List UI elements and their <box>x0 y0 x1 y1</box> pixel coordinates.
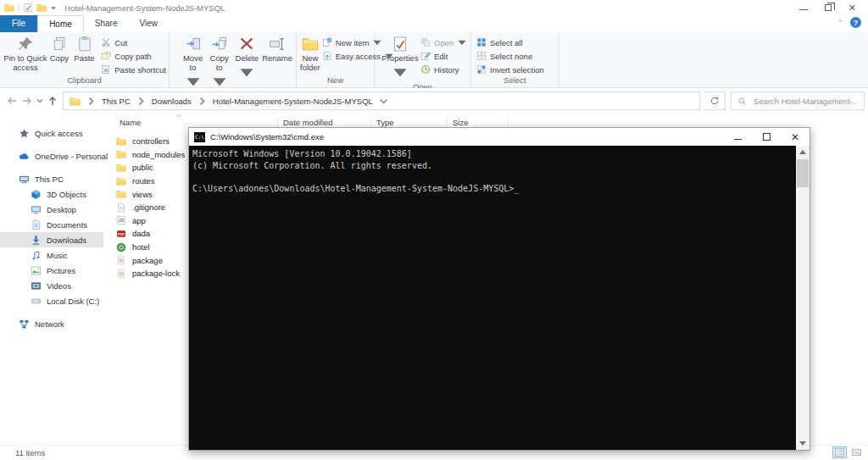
back-icon[interactable] <box>5 94 19 108</box>
documents-icon <box>31 219 42 230</box>
cmd-close-button[interactable]: ✕ <box>781 128 810 146</box>
sidebar-item-desktop[interactable]: Desktop <box>0 202 103 217</box>
tab-share[interactable]: Share <box>84 15 129 32</box>
properties-icon <box>392 36 409 53</box>
cmd-scrollbar[interactable] <box>796 146 810 450</box>
file-row-gitignore[interactable]: .gitignore <box>116 201 185 214</box>
cmd-titlebar[interactable]: C:\ C:\Windows\System32\cmd.exe ✕ <box>189 128 810 146</box>
3d-objects-icon <box>31 189 42 200</box>
button-label: Pin to Quick access <box>3 54 47 73</box>
cmd-line: C:\Users\adones\Downloads\Hotel-Manageme… <box>192 183 794 195</box>
sidebar-item-this-pc[interactable]: This PC <box>0 171 103 186</box>
minimize-button[interactable] <box>799 9 808 10</box>
new-folder-button[interactable]: New folder <box>300 35 320 73</box>
paste-shortcut-button[interactable]: Paste shortcut <box>101 64 166 75</box>
folder-icon <box>116 149 126 159</box>
help-icon[interactable]: ? <box>850 17 861 28</box>
tab-view[interactable]: View <box>129 15 170 32</box>
sidebar-item-label: Videos <box>47 281 71 291</box>
tab-home[interactable]: Home <box>37 15 84 32</box>
open-button[interactable]: Open <box>420 37 467 47</box>
group-label-clipboard: Clipboard <box>0 75 169 87</box>
breadcrumb-item-hotel-management-system-nodejs-mysql[interactable]: Hotel-Management-System-NodeJS-MYSQL <box>210 97 376 106</box>
history-button[interactable]: History <box>420 64 467 75</box>
file-row-node-modules[interactable]: node_modules <box>116 148 185 162</box>
file-row-hotel[interactable]: hotel <box>116 241 185 254</box>
file-row-package-lock[interactable]: package-lock <box>116 267 185 280</box>
sidebar-item-label: Pictures <box>47 266 75 275</box>
copy-button[interactable]: Copy <box>47 35 71 64</box>
edit-button[interactable]: Edit <box>420 51 467 61</box>
paste-icon <box>76 36 93 53</box>
breadcrumb-item-this-pc[interactable]: This PC <box>99 97 133 106</box>
breadcrumb: This PCDownloadsHotel-Management-System-… <box>83 96 376 107</box>
file-row-controllers[interactable]: controllers <box>116 135 185 148</box>
move-to-button[interactable]: Move to <box>180 35 206 91</box>
thumbnails-view-button[interactable] <box>849 446 864 458</box>
cmd-window[interactable]: C:\ C:\Windows\System32\cmd.exe ✕ Micros… <box>188 127 810 451</box>
scrollbar-thumb[interactable] <box>797 159 809 187</box>
sidebar-item-music[interactable]: Music <box>0 247 103 263</box>
rename-button[interactable]: Rename <box>261 35 293 64</box>
sidebar-item-3d-objects[interactable]: 3D Objects <box>0 186 103 202</box>
invert-selection-icon <box>476 64 487 75</box>
tab-file[interactable]: File <box>0 15 37 32</box>
button-label: Delete <box>236 54 259 64</box>
sidebar-item-onedrive-personal[interactable]: OneDrive - Personal <box>0 148 103 163</box>
button-label: Select all <box>490 38 523 47</box>
cmd-minimize-button[interactable] <box>723 128 752 146</box>
quick-access-toolbar-chevron-icon[interactable] <box>50 5 57 11</box>
sidebar-item-quick-access[interactable]: Quick access <box>0 125 103 141</box>
refresh-button[interactable] <box>704 91 726 110</box>
properties-check-icon[interactable] <box>23 3 33 13</box>
quick-access-icon <box>19 128 30 139</box>
paste-button[interactable]: Paste <box>71 35 98 64</box>
paste-shortcut-icon <box>101 64 111 75</box>
copy-to-button[interactable]: Copy to <box>206 35 232 91</box>
sidebar-item-network[interactable]: Network <box>0 316 103 331</box>
details-view-button[interactable] <box>832 446 847 458</box>
recent-locations-chevron-icon[interactable] <box>36 97 44 105</box>
address-dropdown-chevron-icon[interactable] <box>378 96 389 107</box>
music-icon <box>31 250 42 261</box>
search-input[interactable] <box>752 96 858 107</box>
folder-icon <box>116 163 126 173</box>
sidebar-item-downloads[interactable]: Downloads <box>0 232 103 247</box>
file-row-app[interactable]: JSapp <box>116 214 185 228</box>
button-label: Copy path <box>114 52 151 61</box>
file-row-public[interactable]: public <box>116 161 185 175</box>
cmd-line <box>192 172 794 184</box>
downloads-icon <box>31 235 42 246</box>
cut-button[interactable]: Cut <box>101 37 166 47</box>
cmd-maximize-button[interactable] <box>752 128 781 146</box>
scroll-down-icon[interactable] <box>796 437 810 450</box>
up-icon[interactable] <box>46 94 59 108</box>
sidebar-item-documents[interactable]: Documents <box>0 217 103 232</box>
select-none-button[interactable]: Select none <box>476 51 544 61</box>
file-row-routes[interactable]: routes <box>116 175 185 188</box>
cmd-body[interactable]: Microsoft Windows [Version 10.0.19042.15… <box>189 146 810 450</box>
folder-icon[interactable] <box>36 3 47 13</box>
copy-path-button[interactable]: Copy path <box>101 51 166 61</box>
delete-button[interactable]: Delete <box>232 35 261 82</box>
collapse-ribbon-chevron-icon[interactable]: ˆ <box>839 19 842 27</box>
breadcrumb-item-downloads[interactable]: Downloads <box>149 97 194 106</box>
file-row-package[interactable]: package <box>116 253 185 267</box>
copy-path-icon <box>101 51 111 61</box>
ribbon-group-select: Select all Select none Invert selection … <box>471 32 559 87</box>
address-bar[interactable]: This PCDownloadsHotel-Management-System-… <box>63 91 700 110</box>
select-all-button[interactable]: Select all <box>476 37 544 47</box>
forward-icon[interactable] <box>20 94 34 108</box>
invert-selection-button[interactable]: Invert selection <box>476 64 544 75</box>
sidebar-item-videos[interactable]: Videos <box>0 278 103 293</box>
properties-button[interactable]: Properties <box>381 35 419 82</box>
sidebar-item-pictures[interactable]: Pictures <box>0 263 103 278</box>
restore-button[interactable] <box>825 4 832 11</box>
pin-to-quick-access-button[interactable]: Pin to Quick access <box>3 35 47 73</box>
file-row-dada[interactable]: PDFdada <box>116 227 185 241</box>
close-button[interactable]: ✕ <box>849 0 856 15</box>
sidebar-item-local-disk-c[interactable]: Local Disk (C:) <box>0 293 103 308</box>
scroll-up-icon[interactable] <box>796 146 810 158</box>
file-row-views[interactable]: views <box>116 187 185 201</box>
rename-icon <box>269 36 286 53</box>
